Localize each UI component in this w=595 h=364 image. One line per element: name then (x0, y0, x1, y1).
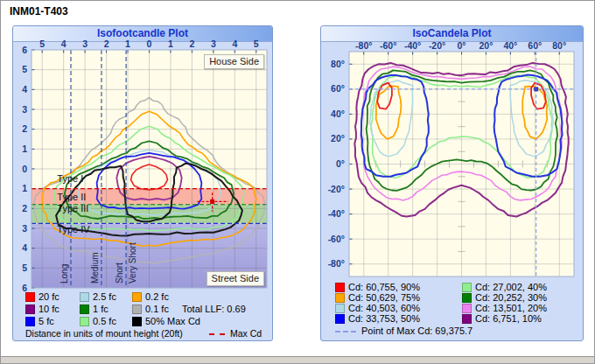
street-side-label: Street Side (206, 271, 264, 286)
legend-swatch (335, 314, 345, 324)
page-title: INM01-T403 (10, 5, 68, 18)
x-axis-tick-label: 2 (104, 38, 109, 49)
legend-item: Cd: 33,753, 50% (335, 313, 420, 325)
throw-label: Short (115, 262, 124, 284)
x-axis-tick-label: 60° (528, 40, 542, 51)
total-llf-label: Total LLF: 0.69 (182, 304, 246, 314)
isofootcandle-plot[interactable]: 543210123456543210123456Type IType IITyp… (13, 41, 272, 297)
y-axis-tick-label: 2 (22, 123, 27, 134)
legend-label: 5 fc (38, 316, 54, 326)
type-label: Type II (57, 192, 86, 202)
legend-label: 20 fc (38, 291, 60, 302)
legend-swatch (335, 283, 345, 292)
legend-swatch (462, 283, 472, 292)
legend-swatch (132, 304, 142, 314)
max-point-dash-sample (335, 331, 356, 332)
x-axis-tick-label: 2 (189, 38, 194, 49)
legend-item: 10 fc (25, 304, 60, 315)
isofootcandle-panel: Isofootcandle Plot 543210123456543210123… (12, 25, 273, 341)
y-axis-tick-label: 3 (22, 104, 27, 115)
y-axis-tick-label: -40° (328, 208, 345, 219)
throw-label: Medium (90, 252, 100, 284)
legend-label: 1 fc (93, 304, 108, 314)
legend-swatch (25, 292, 35, 302)
legend-item: 0.2 fc (132, 291, 169, 303)
legend-label: Cd: 6,751, 10% (475, 313, 542, 324)
legend-swatch (80, 292, 89, 302)
y-axis-tick-label: 3 (22, 223, 27, 234)
legend-item: 0.5 fc (80, 316, 116, 327)
y-axis-tick-label: -60° (328, 234, 345, 244)
legend-item: Cd: 6,751, 10% (462, 313, 542, 325)
y-axis-tick-label: 0° (336, 158, 345, 169)
x-axis-tick-label: 4 (232, 38, 237, 49)
x-axis-tick-label: 1 (125, 38, 130, 49)
legend-swatch (132, 292, 142, 302)
x-axis-tick-label: 0° (457, 40, 466, 51)
legend-label: 50% Max Cd (145, 316, 200, 326)
x-axis-tick-label: 80° (552, 40, 566, 51)
type-label: Type IV (57, 224, 90, 234)
max-cd-legend-label: Max Cd (230, 328, 262, 339)
type-label: Type I (57, 173, 83, 184)
legend-swatch (335, 304, 345, 313)
y-axis-tick-label: 1 (22, 144, 27, 154)
legend-item: 5 fc (25, 316, 54, 327)
legend-item: 0.1 fc (132, 304, 169, 315)
x-axis-tick-label: -60° (380, 40, 396, 51)
y-axis-tick-label: 2 (22, 203, 27, 214)
legend-label: Cd: 50,629, 75% (348, 292, 420, 303)
x-axis-tick-label: 40° (503, 40, 517, 51)
y-axis-tick-label: 4 (22, 84, 27, 94)
window-bottom-edge (1, 356, 594, 363)
isocandela-plot[interactable]: -80°-60°-40°-20°0°20°40°60°80°80°60°40°2… (321, 41, 583, 283)
y-axis-tick-label: 6 (22, 45, 27, 55)
x-axis-tick-label: 5 (254, 38, 259, 49)
x-axis-tick-label: 1 (168, 38, 173, 49)
legend-label: 0.5 fc (93, 316, 116, 326)
x-axis-tick-label: 20° (479, 40, 493, 51)
max-cd-dash-sample (209, 333, 225, 335)
legend-label: Cd: 33,753, 50% (348, 313, 420, 324)
y-axis-tick-label: 60° (331, 83, 345, 94)
distance-footnote: Distance in units of mount height (20ft) (25, 328, 183, 339)
legend-swatch (80, 304, 89, 314)
legend-label: 0.2 fc (145, 291, 169, 302)
legend-swatch (25, 304, 35, 314)
x-axis-tick-label: 3 (211, 38, 216, 49)
y-axis-tick-label: -20° (328, 184, 345, 194)
legend-swatch (462, 314, 472, 324)
legend-label: Cd: 40,503, 60% (348, 303, 420, 313)
legend-label: Cd: 27,002, 40% (475, 282, 547, 292)
legend-swatch (25, 317, 35, 326)
legend-item: 2.5 fc (80, 291, 116, 303)
legend-label: Cd: 13,501, 20% (475, 303, 547, 313)
y-axis-tick-label: 5 (22, 64, 27, 74)
y-axis-tick-label: -80° (328, 258, 345, 269)
legend-label: 0.1 fc (145, 304, 169, 314)
y-axis-tick-label: 40° (331, 108, 345, 119)
y-axis-tick-label: 0 (22, 164, 27, 174)
legend-item: 1 fc (80, 304, 108, 315)
legend-swatch (335, 293, 345, 303)
x-axis-tick-label: 0 (147, 38, 152, 49)
x-axis-tick-label: -20° (429, 40, 445, 51)
window: INM01-T403 Isofootcandle Plot 5432101234… (0, 0, 595, 364)
legend-item: 50% Max Cd (132, 316, 200, 327)
y-axis-tick-label: 5 (22, 262, 27, 273)
x-axis-tick-label: -80° (355, 40, 372, 51)
x-axis-tick-label: 5 (39, 38, 45, 49)
legend-label: Cd: 60,755, 90% (348, 282, 420, 292)
legend-swatch (80, 317, 89, 326)
legend-swatch (462, 304, 472, 313)
legend-label: 10 fc (38, 304, 60, 314)
y-axis-tick-label: 20° (331, 133, 345, 144)
legend-swatch (462, 293, 472, 303)
point-of-max-cd-label: Point of Max Cd: 69,375.7 (361, 326, 472, 336)
house-side-label: House Side (204, 54, 264, 69)
isocandela-panel: IsoCandela Plot -80°-60°-40°-20°0°20°40°… (320, 25, 584, 341)
legend-swatch (132, 317, 142, 326)
type-label: Type III (57, 203, 88, 214)
y-axis-tick-label: 4 (22, 242, 27, 253)
legend-item: 20 fc (25, 291, 60, 303)
